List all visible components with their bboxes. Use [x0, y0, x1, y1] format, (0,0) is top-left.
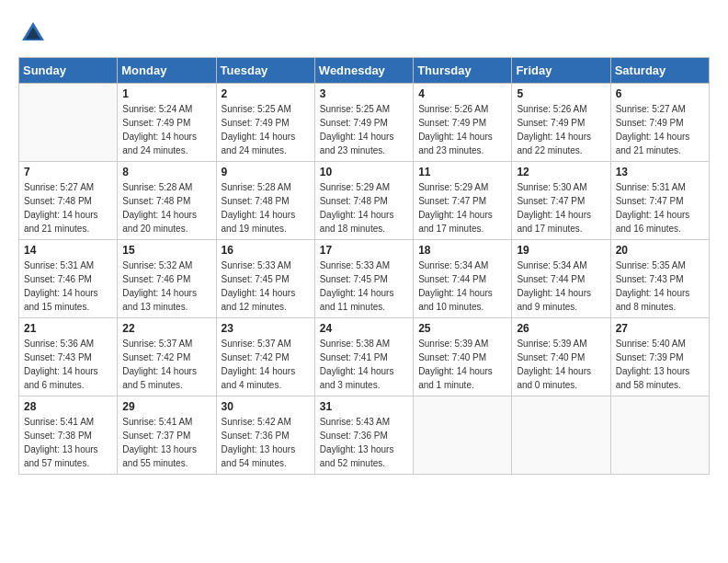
calendar-day-cell: 23Sunrise: 5:37 AM Sunset: 7:42 PM Dayli…	[216, 318, 314, 396]
day-number: 15	[122, 244, 210, 257]
day-number: 8	[122, 166, 210, 178]
calendar-table: SundayMondayTuesdayWednesdayThursdayFrid…	[18, 57, 710, 475]
calendar-day-cell: 22Sunrise: 5:37 AM Sunset: 7:42 PM Dayli…	[118, 318, 216, 396]
day-number: 10	[320, 166, 408, 178]
day-info: Sunrise: 5:24 AM Sunset: 7:49 PM Dayligh…	[122, 102, 210, 157]
weekday-header-monday: Monday	[118, 58, 216, 84]
weekday-header-tuesday: Tuesday	[216, 58, 314, 84]
day-info: Sunrise: 5:32 AM Sunset: 7:46 PM Dayligh…	[122, 259, 210, 314]
day-info: Sunrise: 5:25 AM Sunset: 7:49 PM Dayligh…	[320, 102, 408, 157]
calendar-day-cell	[414, 396, 512, 475]
weekday-row: SundayMondayTuesdayWednesdayThursdayFrid…	[19, 58, 710, 84]
calendar-day-cell: 14Sunrise: 5:31 AM Sunset: 7:46 PM Dayli…	[19, 240, 118, 318]
day-info: Sunrise: 5:41 AM Sunset: 7:37 PM Dayligh…	[122, 415, 210, 470]
day-number: 18	[418, 244, 506, 257]
day-number: 20	[616, 244, 704, 257]
day-number: 17	[320, 244, 408, 257]
calendar-day-cell: 18Sunrise: 5:34 AM Sunset: 7:44 PM Dayli…	[414, 240, 512, 318]
calendar-week-1: 1Sunrise: 5:24 AM Sunset: 7:49 PM Daylig…	[19, 84, 710, 162]
calendar-day-cell: 3Sunrise: 5:25 AM Sunset: 7:49 PM Daylig…	[314, 84, 413, 162]
day-info: Sunrise: 5:40 AM Sunset: 7:39 PM Dayligh…	[616, 337, 704, 392]
day-number: 5	[517, 87, 605, 100]
calendar-day-cell	[19, 84, 118, 162]
day-info: Sunrise: 5:28 AM Sunset: 7:48 PM Dayligh…	[122, 180, 210, 236]
day-number: 30	[222, 400, 310, 413]
day-number: 14	[24, 244, 112, 257]
calendar-day-cell: 28Sunrise: 5:41 AM Sunset: 7:38 PM Dayli…	[19, 396, 118, 475]
day-info: Sunrise: 5:28 AM Sunset: 7:48 PM Dayligh…	[222, 180, 310, 236]
calendar-day-cell: 5Sunrise: 5:26 AM Sunset: 7:49 PM Daylig…	[512, 84, 610, 162]
day-info: Sunrise: 5:35 AM Sunset: 7:43 PM Dayligh…	[616, 259, 704, 314]
calendar-week-3: 14Sunrise: 5:31 AM Sunset: 7:46 PM Dayli…	[19, 240, 710, 318]
calendar-day-cell: 1Sunrise: 5:24 AM Sunset: 7:49 PM Daylig…	[118, 84, 216, 162]
day-info: Sunrise: 5:26 AM Sunset: 7:49 PM Dayligh…	[418, 102, 506, 157]
calendar-day-cell: 24Sunrise: 5:38 AM Sunset: 7:41 PM Dayli…	[314, 318, 413, 396]
weekday-header-saturday: Saturday	[610, 58, 709, 84]
logo	[18, 18, 51, 48]
day-info: Sunrise: 5:34 AM Sunset: 7:44 PM Dayligh…	[517, 259, 605, 314]
logo-icon	[18, 18, 48, 48]
day-info: Sunrise: 5:27 AM Sunset: 7:49 PM Dayligh…	[616, 102, 704, 157]
day-info: Sunrise: 5:41 AM Sunset: 7:38 PM Dayligh…	[24, 415, 112, 470]
day-number: 16	[222, 244, 310, 257]
calendar-day-cell: 13Sunrise: 5:31 AM Sunset: 7:47 PM Dayli…	[610, 162, 709, 240]
day-number: 26	[517, 322, 605, 335]
day-number: 19	[517, 244, 605, 257]
day-info: Sunrise: 5:36 AM Sunset: 7:43 PM Dayligh…	[24, 337, 112, 392]
day-info: Sunrise: 5:38 AM Sunset: 7:41 PM Dayligh…	[320, 337, 408, 392]
day-number: 7	[24, 166, 112, 178]
day-number: 9	[222, 166, 310, 178]
day-number: 28	[24, 400, 112, 413]
calendar-body: 1Sunrise: 5:24 AM Sunset: 7:49 PM Daylig…	[19, 84, 710, 475]
day-info: Sunrise: 5:42 AM Sunset: 7:36 PM Dayligh…	[222, 415, 310, 470]
day-number: 12	[517, 166, 605, 178]
calendar-day-cell: 12Sunrise: 5:30 AM Sunset: 7:47 PM Dayli…	[512, 162, 610, 240]
weekday-header-wednesday: Wednesday	[314, 58, 413, 84]
day-info: Sunrise: 5:33 AM Sunset: 7:45 PM Dayligh…	[320, 259, 408, 314]
calendar-day-cell: 17Sunrise: 5:33 AM Sunset: 7:45 PM Dayli…	[314, 240, 413, 318]
day-number: 29	[122, 400, 210, 413]
weekday-header-sunday: Sunday	[19, 58, 118, 84]
day-info: Sunrise: 5:30 AM Sunset: 7:47 PM Dayligh…	[517, 180, 605, 236]
day-number: 1	[122, 87, 210, 100]
calendar-day-cell: 4Sunrise: 5:26 AM Sunset: 7:49 PM Daylig…	[414, 84, 512, 162]
calendar-day-cell: 30Sunrise: 5:42 AM Sunset: 7:36 PM Dayli…	[216, 396, 314, 475]
calendar-day-cell: 8Sunrise: 5:28 AM Sunset: 7:48 PM Daylig…	[118, 162, 216, 240]
calendar-day-cell: 20Sunrise: 5:35 AM Sunset: 7:43 PM Dayli…	[610, 240, 709, 318]
day-info: Sunrise: 5:34 AM Sunset: 7:44 PM Dayligh…	[418, 259, 506, 314]
day-number: 11	[418, 166, 506, 178]
day-number: 25	[418, 322, 506, 335]
calendar-day-cell: 11Sunrise: 5:29 AM Sunset: 7:47 PM Dayli…	[414, 162, 512, 240]
day-info: Sunrise: 5:43 AM Sunset: 7:36 PM Dayligh…	[320, 415, 408, 470]
day-info: Sunrise: 5:39 AM Sunset: 7:40 PM Dayligh…	[418, 337, 506, 392]
day-number: 23	[222, 322, 310, 335]
day-number: 27	[616, 322, 704, 335]
weekday-header-friday: Friday	[512, 58, 610, 84]
day-number: 24	[320, 322, 408, 335]
calendar-day-cell: 25Sunrise: 5:39 AM Sunset: 7:40 PM Dayli…	[414, 318, 512, 396]
calendar-day-cell: 6Sunrise: 5:27 AM Sunset: 7:49 PM Daylig…	[610, 84, 709, 162]
calendar-day-cell: 31Sunrise: 5:43 AM Sunset: 7:36 PM Dayli…	[314, 396, 413, 475]
day-info: Sunrise: 5:37 AM Sunset: 7:42 PM Dayligh…	[122, 337, 210, 392]
calendar-day-cell: 26Sunrise: 5:39 AM Sunset: 7:40 PM Dayli…	[512, 318, 610, 396]
calendar-day-cell: 2Sunrise: 5:25 AM Sunset: 7:49 PM Daylig…	[216, 84, 314, 162]
calendar-day-cell: 27Sunrise: 5:40 AM Sunset: 7:39 PM Dayli…	[610, 318, 709, 396]
calendar-day-cell: 29Sunrise: 5:41 AM Sunset: 7:37 PM Dayli…	[118, 396, 216, 475]
day-number: 2	[222, 87, 310, 100]
day-number: 13	[616, 166, 704, 178]
day-info: Sunrise: 5:29 AM Sunset: 7:47 PM Dayligh…	[418, 180, 506, 236]
day-info: Sunrise: 5:27 AM Sunset: 7:48 PM Dayligh…	[24, 180, 112, 236]
day-info: Sunrise: 5:31 AM Sunset: 7:47 PM Dayligh…	[616, 180, 704, 236]
day-number: 22	[122, 322, 210, 335]
day-info: Sunrise: 5:33 AM Sunset: 7:45 PM Dayligh…	[222, 259, 310, 314]
day-info: Sunrise: 5:25 AM Sunset: 7:49 PM Dayligh…	[222, 102, 310, 157]
day-number: 3	[320, 87, 408, 100]
calendar-header: SundayMondayTuesdayWednesdayThursdayFrid…	[19, 58, 710, 84]
calendar-day-cell: 10Sunrise: 5:29 AM Sunset: 7:48 PM Dayli…	[314, 162, 413, 240]
day-info: Sunrise: 5:39 AM Sunset: 7:40 PM Dayligh…	[517, 337, 605, 392]
calendar-day-cell	[512, 396, 610, 475]
calendar-day-cell: 19Sunrise: 5:34 AM Sunset: 7:44 PM Dayli…	[512, 240, 610, 318]
day-number: 6	[616, 87, 704, 100]
calendar-day-cell: 21Sunrise: 5:36 AM Sunset: 7:43 PM Dayli…	[19, 318, 118, 396]
day-info: Sunrise: 5:31 AM Sunset: 7:46 PM Dayligh…	[24, 259, 112, 314]
